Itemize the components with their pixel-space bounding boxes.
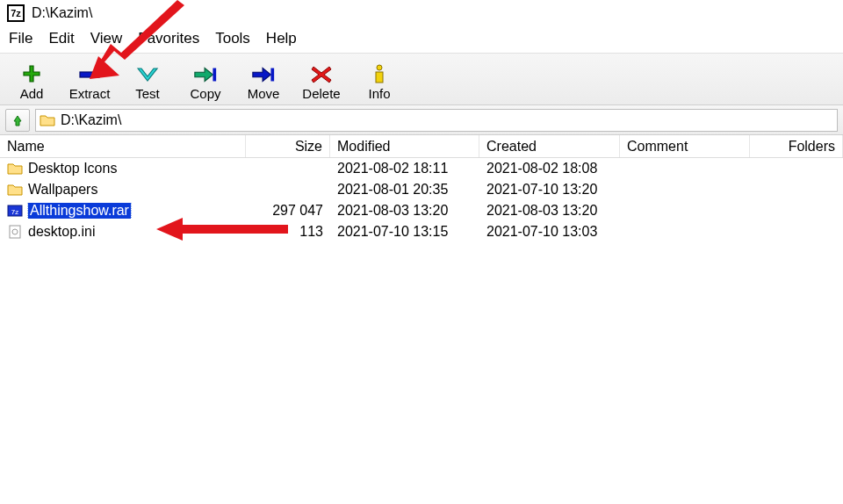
menu-file[interactable]: File [9,30,32,47]
svg-rect-4 [376,72,383,83]
path-box[interactable] [35,109,838,132]
file-size: 113 [246,224,330,240]
menu-tools[interactable]: Tools [215,30,250,47]
app-icon: 7z [7,4,25,22]
delete-button[interactable]: Delete [297,65,346,101]
col-folders[interactable]: Folders [750,135,843,157]
extract-label: Extract [69,86,111,101]
file-name: Desktop Icons [28,161,117,176]
file-modified: 2021-07-10 13:15 [330,224,479,240]
menu-edit[interactable]: Edit [48,30,74,47]
x-icon [309,65,334,84]
col-created[interactable]: Created [479,135,620,157]
file-created: 2021-08-03 13:20 [479,203,620,219]
window-title: D:\Kazim\ [32,5,92,21]
file-name: Wallpapers [28,182,97,198]
info-button[interactable]: Info [355,65,404,101]
info-icon [367,65,392,84]
file-created: 2021-07-10 13:03 [479,224,620,240]
list-item[interactable]: desktop.ini 113 2021-07-10 13:15 2021-07… [0,221,843,242]
copy-arrow-icon [193,65,218,84]
file-modified: 2021-08-03 13:20 [330,203,479,219]
svg-rect-2 [270,68,274,82]
folder-icon [7,162,23,176]
file-size: 297 047 [246,203,330,219]
col-comment[interactable]: Comment [620,135,750,157]
toolbar: Add Extract Test Copy Move Delete Info [0,53,843,105]
extract-button[interactable]: Extract [65,65,114,101]
test-button[interactable]: Test [123,65,172,101]
menu-favorites[interactable]: Favorites [138,30,199,47]
file-name: desktop.ini [28,224,96,240]
file-modified: 2021-08-01 20:35 [330,182,479,198]
file-created: 2021-08-02 18:08 [479,161,620,176]
column-headers: Name Size Modified Created Comment Folde… [0,135,843,158]
move-arrow-icon [251,65,276,84]
svg-rect-0 [80,72,99,77]
delete-label: Delete [302,86,340,101]
list-item[interactable]: Wallpapers 2021-08-01 20:35 2021-07-10 1… [0,179,843,200]
address-bar [0,105,843,135]
copy-button[interactable]: Copy [181,65,230,101]
svg-rect-7 [10,226,20,238]
folder-icon [40,113,55,127]
test-label: Test [135,86,160,101]
folder-icon [7,183,23,197]
up-arrow-icon [10,112,25,128]
menu-view[interactable]: View [90,30,123,47]
svg-text:7z: 7z [11,208,18,216]
menu-help[interactable]: Help [266,30,297,47]
move-label: Move [248,86,280,101]
file-list: Desktop Icons 2021-08-02 18:11 2021-08-0… [0,158,843,242]
chevron-down-icon [135,65,160,84]
plus-icon [19,65,44,84]
col-modified[interactable]: Modified [330,135,479,157]
move-button[interactable]: Move [239,65,288,101]
path-input[interactable] [61,112,833,128]
svg-point-3 [377,65,382,70]
file-modified: 2021-08-02 18:11 [330,161,479,176]
add-label: Add [20,86,44,101]
minus-icon [77,65,102,84]
up-button[interactable] [5,109,30,132]
file-name: Allthingshow.rar [28,203,131,219]
list-item[interactable]: Desktop Icons 2021-08-02 18:11 2021-08-0… [0,158,843,179]
add-button[interactable]: Add [7,65,56,101]
copy-label: Copy [190,86,220,101]
ini-file-icon [7,225,23,239]
svg-rect-1 [213,68,216,82]
list-item[interactable]: 7z Allthingshow.rar 297 047 2021-08-03 1… [0,200,843,221]
title-bar: 7z D:\Kazim\ [0,0,843,26]
file-created: 2021-07-10 13:20 [479,182,620,198]
menu-bar: File Edit View Favorites Tools Help [0,26,843,53]
col-size[interactable]: Size [246,135,330,157]
archive-icon: 7z [7,204,23,218]
info-label: Info [368,86,390,101]
col-name[interactable]: Name [0,135,246,157]
